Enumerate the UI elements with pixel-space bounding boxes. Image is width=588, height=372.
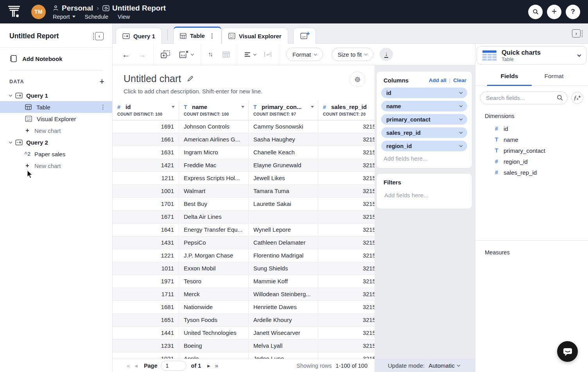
tab-fields[interactable]: Fields: [487, 73, 532, 86]
field-item-primary_contact[interactable]: Tprimary_contact: [475, 145, 588, 156]
table-cell[interactable]: Nationwide: [179, 301, 249, 313]
table-cell[interactable]: 1001: [113, 185, 179, 197]
table-cell[interactable]: Tyson Foods: [179, 314, 249, 326]
update-mode-select[interactable]: Automatic: [428, 362, 460, 369]
table-cell[interactable]: Apple: [179, 352, 249, 359]
table-cell[interactable]: 3215: [318, 185, 375, 197]
sidebar-item-new-chart[interactable]: + New chart: [0, 125, 112, 136]
table-cell[interactable]: 1641: [113, 224, 179, 236]
table-cell[interactable]: 1701: [113, 198, 179, 210]
table-cell[interactable]: 3215: [318, 340, 375, 352]
add-data-button[interactable]: +: [99, 78, 104, 86]
table-cell[interactable]: Chanelle Keach: [249, 146, 318, 159]
table-cell[interactable]: 3215: [318, 224, 375, 236]
table-cell[interactable]: Merck: [179, 288, 249, 300]
table-cell[interactable]: 1681: [113, 301, 179, 313]
table-cell[interactable]: 3215: [318, 314, 375, 326]
table-cell[interactable]: 1711: [113, 288, 179, 300]
column-pill-sales_rep_id[interactable]: sales_rep_id: [381, 127, 467, 138]
table-cell[interactable]: 1441: [113, 327, 179, 339]
table-cell[interactable]: 3215: [318, 327, 375, 339]
column-pill-primary_contact[interactable]: primary_contact: [381, 114, 467, 125]
table-cell[interactable]: Jodee Lupo: [249, 352, 318, 359]
kebab-menu-icon[interactable]: ⋮: [100, 104, 106, 111]
chart-description-placeholder[interactable]: Click to add chart description. Shift-en…: [124, 88, 364, 95]
table-cell[interactable]: 1211: [113, 172, 179, 184]
table-cell[interactable]: 1231: [113, 340, 179, 352]
sidebar-item-query1[interactable]: Query 1: [0, 89, 112, 101]
table-cell[interactable]: Jewell Likes: [249, 172, 318, 184]
add-fields-placeholder[interactable]: Add fields here...: [384, 155, 467, 162]
table-cell[interactable]: 3215: [318, 120, 375, 133]
search-button[interactable]: [528, 5, 543, 19]
tab-format[interactable]: Format: [532, 73, 576, 86]
field-item-id[interactable]: #id: [475, 123, 588, 134]
table-cell[interactable]: Boeing: [179, 340, 249, 352]
menu-schedule[interactable]: Schedule: [85, 14, 108, 20]
table-cell[interactable]: Melva Lyall: [249, 340, 318, 352]
column-settings-button[interactable]: [222, 51, 230, 58]
table-cell[interactable]: 3215: [318, 133, 375, 146]
chart-title[interactable]: Untitled chart: [124, 73, 181, 84]
breadcrumb-workspace[interactable]: Personal: [62, 4, 93, 13]
sidebar-item-query2[interactable]: Query 2: [0, 136, 112, 148]
table-cell[interactable]: 3215: [318, 262, 375, 275]
table-cell[interactable]: 1631: [113, 146, 179, 159]
table-cell[interactable]: 3215: [318, 249, 375, 262]
table-cell[interactable]: 3215: [318, 146, 375, 159]
column-header-1[interactable]: TnameCOUNT DISTINCT: 100: [179, 101, 249, 120]
sidebar-item-table[interactable]: Table ⋮: [0, 101, 112, 113]
table-cell[interactable]: 1671: [113, 211, 179, 223]
table-cell[interactable]: 1661: [113, 133, 179, 146]
table-cell[interactable]: Delta Air Lines: [179, 211, 249, 223]
sort-button[interactable]: ↑↓: [208, 51, 213, 58]
table-cell[interactable]: Cathleen Delamater: [249, 236, 318, 249]
breadcrumb-report-title[interactable]: Untitled Report: [112, 4, 166, 13]
column-menu-caret-icon[interactable]: [172, 106, 175, 108]
add-button[interactable]: +: [547, 5, 561, 19]
field-item-name[interactable]: Tname: [475, 134, 588, 145]
table-cell[interactable]: Mammie Koff: [249, 275, 318, 288]
expand-panel-button[interactable]: ›: [572, 29, 583, 38]
table-cell[interactable]: Freddie Mac: [179, 159, 249, 172]
add-fields-placeholder[interactable]: Add fields here...: [384, 192, 467, 199]
download-button[interactable]: ↓: [380, 48, 393, 61]
table-cell[interactable]: Sasha Haughey: [249, 133, 318, 146]
table-cell[interactable]: Florentino Madrigal: [249, 249, 318, 262]
table-cell[interactable]: American Airlines G...: [179, 133, 249, 146]
user-avatar[interactable]: TM: [31, 5, 46, 19]
previous-page-button[interactable]: ◂: [132, 362, 140, 369]
table-cell[interactable]: Best Buy: [179, 198, 249, 210]
add-all-link[interactable]: Add all: [429, 77, 446, 83]
sidebar-item-new-chart-2[interactable]: + New chart: [0, 160, 112, 172]
table-cell[interactable]: J.P. Morgan Chase: [179, 249, 249, 262]
first-page-button[interactable]: «: [124, 362, 132, 369]
last-page-button[interactable]: »: [213, 362, 220, 369]
tab-visual-explorer[interactable]: Visual Explorer: [222, 28, 288, 44]
table-cell[interactable]: 1651: [113, 314, 179, 326]
column-menu-caret-icon[interactable]: [241, 106, 244, 108]
format-button[interactable]: Format: [286, 48, 323, 61]
column-pill-id[interactable]: id: [381, 88, 467, 98]
table-cell[interactable]: 1691: [113, 120, 179, 133]
table-cell[interactable]: [249, 211, 318, 223]
table-cell[interactable]: Exxon Mobil: [179, 262, 249, 275]
table-cell[interactable]: Henriette Dawes: [249, 301, 318, 313]
table-cell[interactable]: Wynell Lepore: [249, 224, 318, 236]
column-menu-caret-icon[interactable]: [311, 106, 314, 108]
table-cell[interactable]: Willodean Steinberg...: [249, 288, 318, 300]
edit-title-icon[interactable]: [187, 75, 194, 82]
align-button[interactable]: [244, 52, 256, 57]
table-cell[interactable]: 3215: [318, 159, 375, 172]
undo-button[interactable]: ←: [122, 50, 130, 59]
table-cell[interactable]: 3215: [318, 275, 375, 288]
add-formula-button[interactable]: ƒx+: [571, 92, 583, 104]
wrap-text-button[interactable]: [264, 51, 272, 57]
kebab-menu-icon[interactable]: ⋮: [209, 32, 215, 39]
table-cell[interactable]: 1421: [113, 159, 179, 172]
table-cell[interactable]: Tesoro: [179, 275, 249, 288]
table-cell[interactable]: Elayne Grunewald: [249, 159, 318, 172]
tab-table[interactable]: Table ⋮: [173, 27, 222, 44]
column-pill-region_id[interactable]: region_id: [381, 141, 467, 151]
table-cell[interactable]: 3215: [318, 236, 375, 249]
